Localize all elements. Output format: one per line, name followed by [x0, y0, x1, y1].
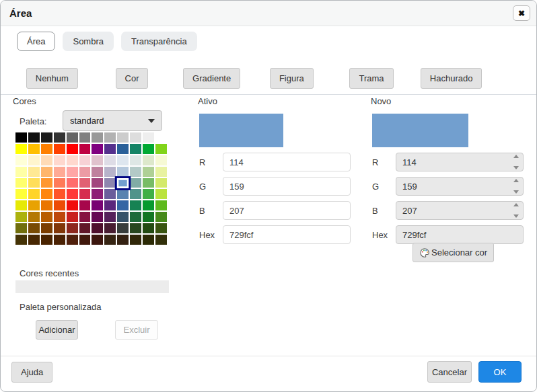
- palette-swatch[interactable]: [155, 144, 167, 154]
- palette-swatch[interactable]: [79, 189, 91, 199]
- palette-swatch[interactable]: [54, 235, 65, 245]
- palette-swatch[interactable]: [92, 223, 103, 233]
- palette-swatch[interactable]: [130, 132, 141, 143]
- palette-swatch[interactable]: [67, 144, 78, 154]
- palette-swatch[interactable]: [67, 235, 78, 245]
- fill-type-trama[interactable]: Trama: [349, 68, 393, 89]
- palette-swatch[interactable]: [155, 167, 167, 177]
- palette-swatch[interactable]: [67, 189, 78, 199]
- palette-swatch[interactable]: [92, 132, 103, 143]
- fill-type-cor[interactable]: Cor: [116, 68, 149, 89]
- palette-swatch[interactable]: [143, 212, 154, 222]
- palette-swatch[interactable]: [155, 212, 167, 222]
- palette-swatch[interactable]: [117, 200, 129, 210]
- spin-up-button[interactable]: [513, 179, 519, 182]
- palette-swatch[interactable]: [15, 212, 27, 222]
- palette-swatch[interactable]: [54, 200, 65, 210]
- palette-swatch[interactable]: [41, 189, 52, 199]
- palette-swatch[interactable]: [79, 167, 91, 177]
- palette-swatch[interactable]: [117, 189, 129, 199]
- cancel-button[interactable]: Cancelar: [427, 361, 472, 383]
- palette-swatch[interactable]: [143, 144, 154, 154]
- palette-swatch[interactable]: [117, 155, 129, 165]
- fill-type-gradiente[interactable]: Gradiente: [183, 68, 240, 89]
- palette-swatch[interactable]: [130, 212, 141, 222]
- recent-colors-strip[interactable]: [15, 280, 169, 293]
- palette-swatch[interactable]: [79, 178, 91, 188]
- palette-swatch[interactable]: [130, 200, 141, 210]
- new-g-input[interactable]: [396, 177, 524, 196]
- palette-swatch[interactable]: [41, 200, 52, 210]
- palette-swatch[interactable]: [79, 200, 91, 210]
- palette-swatch[interactable]: [92, 178, 103, 188]
- palette-swatch[interactable]: [104, 200, 116, 210]
- palette-swatch[interactable]: [143, 155, 154, 165]
- palette-swatch[interactable]: [104, 178, 116, 188]
- palette-swatch[interactable]: [104, 132, 116, 143]
- palette-swatch[interactable]: [28, 167, 40, 177]
- palette-swatch[interactable]: [28, 235, 40, 245]
- palette-swatch[interactable]: [79, 212, 91, 222]
- palette-swatch[interactable]: [15, 155, 27, 165]
- fill-type-nenhum[interactable]: Nenhum: [26, 68, 78, 89]
- palette-swatch[interactable]: [54, 132, 65, 143]
- help-button[interactable]: Ajuda: [11, 362, 52, 383]
- new-r-input[interactable]: [396, 153, 524, 171]
- add-button[interactable]: Adicionar: [36, 320, 78, 340]
- palette-swatch[interactable]: [117, 235, 129, 245]
- active-hex-input[interactable]: [223, 225, 351, 244]
- palette-swatch[interactable]: [155, 132, 167, 143]
- fill-type-hachurado[interactable]: Hachurado: [421, 68, 482, 89]
- tab-sombra[interactable]: Sombra: [63, 32, 114, 51]
- palette-swatch[interactable]: [41, 155, 52, 165]
- palette-swatch[interactable]: [130, 235, 141, 245]
- palette-swatch[interactable]: [79, 223, 91, 233]
- palette-swatch[interactable]: [41, 167, 52, 177]
- palette-swatch[interactable]: [143, 223, 154, 233]
- palette-swatch[interactable]: [130, 178, 141, 188]
- palette-swatch[interactable]: [155, 200, 167, 210]
- fill-type-figura[interactable]: Figura: [270, 68, 314, 89]
- palette-swatch[interactable]: [28, 200, 40, 210]
- palette-swatch[interactable]: [28, 189, 40, 199]
- spin-up-button[interactable]: [513, 155, 519, 158]
- palette-swatch[interactable]: [130, 223, 141, 233]
- palette-swatch[interactable]: [130, 189, 141, 199]
- palette-select[interactable]: standard: [63, 110, 162, 131]
- palette-swatch[interactable]: [15, 144, 27, 154]
- tab-transparencia[interactable]: Transparência: [121, 32, 197, 51]
- delete-button[interactable]: Excluir: [115, 320, 158, 340]
- palette-swatch[interactable]: [92, 167, 103, 177]
- close-button[interactable]: ✖: [513, 5, 530, 21]
- palette-swatch[interactable]: [104, 189, 116, 199]
- palette-swatch[interactable]: [117, 144, 129, 154]
- palette-swatch[interactable]: [117, 132, 129, 143]
- palette-swatch[interactable]: [41, 144, 52, 154]
- palette-swatch[interactable]: [92, 212, 103, 222]
- palette-swatch[interactable]: [41, 178, 52, 188]
- palette-swatch[interactable]: [67, 167, 78, 177]
- palette-swatch[interactable]: [92, 200, 103, 210]
- palette-swatch[interactable]: [28, 144, 40, 154]
- palette-swatch[interactable]: [67, 212, 78, 222]
- palette-swatch[interactable]: [104, 155, 116, 165]
- palette-swatch[interactable]: [79, 144, 91, 154]
- palette-swatch[interactable]: [54, 144, 65, 154]
- palette-swatch[interactable]: [15, 167, 27, 177]
- palette-swatch[interactable]: [92, 235, 103, 245]
- palette-swatch[interactable]: [117, 212, 129, 222]
- palette-swatch[interactable]: [41, 223, 52, 233]
- palette-swatch[interactable]: [79, 132, 91, 143]
- palette-swatch[interactable]: [155, 223, 167, 233]
- palette-swatch[interactable]: [117, 167, 129, 177]
- palette-swatch[interactable]: [15, 200, 27, 210]
- palette-swatch[interactable]: [117, 223, 129, 233]
- palette-swatch[interactable]: [104, 167, 116, 177]
- spin-down-button[interactable]: [513, 190, 519, 194]
- palette-swatch[interactable]: [130, 144, 141, 154]
- palette-swatch[interactable]: [104, 223, 116, 233]
- palette-swatch[interactable]: [54, 212, 65, 222]
- palette-swatch[interactable]: [41, 132, 52, 143]
- palette-swatch[interactable]: [15, 189, 27, 199]
- palette-swatch[interactable]: [28, 212, 40, 222]
